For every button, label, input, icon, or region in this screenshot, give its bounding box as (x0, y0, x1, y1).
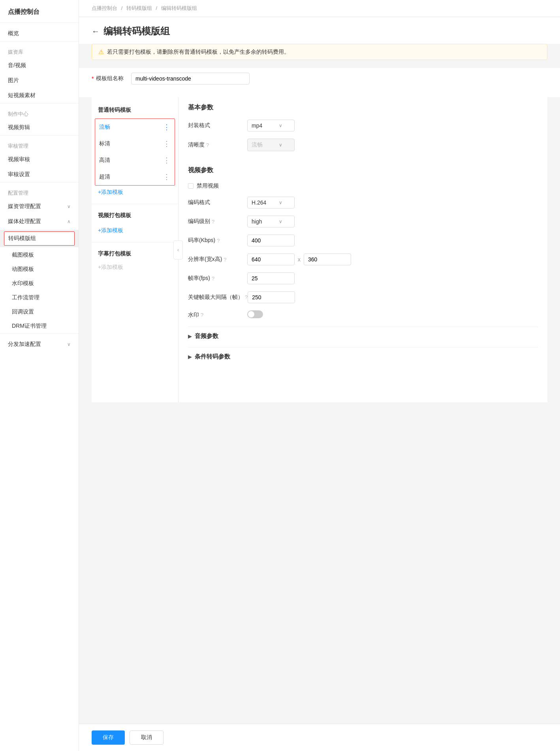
encode-level-arrow: ∨ (279, 219, 282, 224)
keyframe-value (248, 291, 538, 303)
clarity-value: 流畅 ∨ (247, 139, 538, 151)
condition-params-header[interactable]: ▶ 条件转码参数 (188, 353, 538, 364)
watermark-help-icon[interactable]: ? (201, 312, 203, 318)
more-dots-icon-2[interactable]: ⋮ (163, 156, 171, 165)
template-item-1[interactable]: 标清 ⋮ (95, 135, 175, 152)
clarity-help-icon[interactable]: ? (206, 142, 209, 148)
container-format-row: 封装格式 mp4 ∨ (188, 120, 538, 131)
encode-level-label: 编码级别 ? (188, 218, 247, 225)
framerate-help-icon[interactable]: ? (212, 276, 214, 282)
sidebar-item-av[interactable]: 音/视频 (0, 58, 79, 73)
resolution-help-icon[interactable]: ? (224, 257, 226, 263)
audio-params-section: ▶ 音频参数 (188, 327, 538, 344)
encode-format-arrow: ∨ (279, 200, 282, 205)
main-content: 点播控制台 / 转码模版组 / 编辑转码模版组 ← 编辑转码模版组 ⚠ 若只需要… (79, 0, 560, 751)
container-format-label: 封装格式 (188, 122, 247, 129)
subtitle-template-title: 字幕打包模板 (92, 247, 178, 262)
sidebar-title: 点播控制台 (0, 0, 79, 23)
bitrate-input[interactable] (247, 235, 295, 246)
encode-level-value: high ∨ (247, 216, 538, 227)
sidebar-item-transcode-group[interactable]: 转码模版组 (4, 231, 75, 246)
more-dots-icon-1[interactable]: ⋮ (163, 139, 171, 148)
divider-6 (0, 333, 79, 334)
resolution-height-input[interactable] (304, 253, 351, 265)
sidebar-item-media-config[interactable]: 媒资管理配置 ∨ (0, 199, 79, 214)
encode-level-help-icon[interactable]: ? (212, 219, 214, 225)
add-pack-template-button[interactable]: +添加模板 (92, 224, 178, 237)
sidebar-item-watermark[interactable]: 水印模板 (0, 276, 79, 291)
container-format-select[interactable]: mp4 ∨ (247, 120, 295, 131)
watermark-toggle[interactable] (247, 310, 263, 318)
resolution-row: 分辨率(宽x高) ? x (188, 253, 538, 265)
group-name-input[interactable] (131, 73, 250, 84)
group-name-label: * 模板组名称 (92, 75, 131, 82)
keyframe-label: 关键帧最大间隔（帧） ? (188, 293, 248, 301)
left-panel: 普通转码模板 流畅 ⋮ 标清 ⋮ 高清 ⋮ 超清 ⋮ (92, 97, 179, 402)
sidebar-item-drm[interactable]: DRM证书管理 (0, 319, 79, 333)
more-dots-icon-3[interactable]: ⋮ (163, 173, 171, 181)
disable-video-checkbox-row: 禁用视频 (188, 182, 219, 190)
bitrate-help-icon[interactable]: ? (217, 238, 220, 244)
warning-icon: ⚠ (98, 48, 104, 56)
encode-format-select[interactable]: H.264 ∨ (247, 197, 295, 208)
resolution-label: 分辨率(宽x高) ? (188, 256, 247, 263)
video-params-title: 视频参数 (188, 166, 538, 175)
sidebar-item-gif[interactable]: 动图模板 (0, 262, 79, 276)
save-button[interactable]: 保存 (92, 730, 125, 745)
chevron-up-icon: ∧ (67, 219, 71, 224)
template-item-2[interactable]: 高清 ⋮ (95, 152, 175, 169)
encode-format-label: 编码格式 (188, 199, 247, 206)
sidebar-item-image[interactable]: 图片 (0, 73, 79, 88)
framerate-row: 帧率(fps) ? (188, 272, 538, 284)
framerate-input[interactable] (247, 272, 295, 284)
sidebar-item-review[interactable]: 视频审核 (0, 152, 79, 167)
keyframe-input[interactable] (248, 291, 295, 303)
divider-3 (0, 103, 79, 103)
encode-format-value: H.264 ∨ (247, 197, 538, 208)
bitrate-label: 码率(Kbps) ? (188, 237, 247, 244)
section-audit: 审核管理 (0, 139, 79, 152)
breadcrumb: 点播控制台 / 转码模版组 / 编辑转码模版组 (79, 0, 560, 17)
collapse-left-icon: ‹ (177, 247, 179, 253)
collapse-panel-button[interactable]: ‹ (173, 240, 183, 259)
form-section: * 模板组名称 (79, 68, 560, 97)
warning-banner: ⚠ 若只需要打包模板，请删除所有普通转码模板，以免产生多余的转码费用。 (92, 44, 547, 60)
add-normal-template-button[interactable]: +添加模板 (92, 186, 178, 199)
keyframe-row: 关键帧最大间隔（帧） ? (188, 291, 538, 303)
encode-level-select[interactable]: high ∨ (247, 216, 295, 227)
normal-template-title: 普通转码模板 (92, 103, 178, 118)
disable-video-checkbox[interactable] (188, 183, 194, 189)
back-button[interactable]: ← (92, 27, 100, 36)
more-dots-icon-0[interactable]: ⋮ (163, 123, 171, 131)
sidebar-item-short[interactable]: 短视频素材 (0, 88, 79, 103)
resolution-width-input[interactable] (247, 253, 295, 265)
clarity-select: 流畅 ∨ (247, 139, 295, 151)
template-item-3[interactable]: 超清 ⋮ (95, 169, 175, 185)
subtitle-add-template-disabled: +添加模板 (92, 262, 178, 272)
audio-params-header[interactable]: ▶ 音频参数 (188, 332, 538, 344)
template-item-0[interactable]: 流畅 ⋮ (95, 119, 175, 135)
container-format-arrow: ∨ (279, 123, 282, 128)
cancel-button[interactable]: 取消 (130, 730, 163, 745)
group-name-row: * 模板组名称 (92, 68, 547, 89)
sidebar-item-cdn[interactable]: 分发加速配置 ∨ (0, 337, 79, 352)
sidebar-item-overview[interactable]: 概览 (0, 26, 79, 41)
section-media: 媒资库 (0, 45, 79, 58)
right-panel: 基本参数 封装格式 mp4 ∨ 清晰度 ? (179, 97, 547, 402)
sidebar-item-callback[interactable]: 回调设置 (0, 305, 79, 319)
disable-video-row: 禁用视频 (188, 182, 538, 190)
encode-format-row: 编码格式 H.264 ∨ (188, 197, 538, 208)
sidebar-item-media-process[interactable]: 媒体处理配置 ∧ (0, 214, 79, 229)
keyframe-help-icon[interactable]: ? (245, 294, 248, 301)
sidebar-item-review-settings[interactable]: 审核设置 (0, 167, 79, 182)
sidebar: 点播控制台 概览 媒资库 音/视频 图片 短视频素材 制作中心 视频剪辑 审核管… (0, 0, 79, 751)
watermark-label: 水印 ? (188, 312, 247, 319)
sidebar-item-video-edit[interactable]: 视频剪辑 (0, 120, 79, 135)
sidebar-item-workflow[interactable]: 工作流管理 (0, 291, 79, 305)
divider-4 (0, 135, 79, 135)
sidebar-item-screenshot[interactable]: 截图模板 (0, 248, 79, 262)
framerate-label: 帧率(fps) ? (188, 275, 247, 282)
watermark-toggle-switch[interactable] (247, 310, 263, 318)
split-layout: 普通转码模板 流畅 ⋮ 标清 ⋮ 高清 ⋮ 超清 ⋮ (92, 97, 547, 402)
divider-2 (0, 41, 79, 41)
